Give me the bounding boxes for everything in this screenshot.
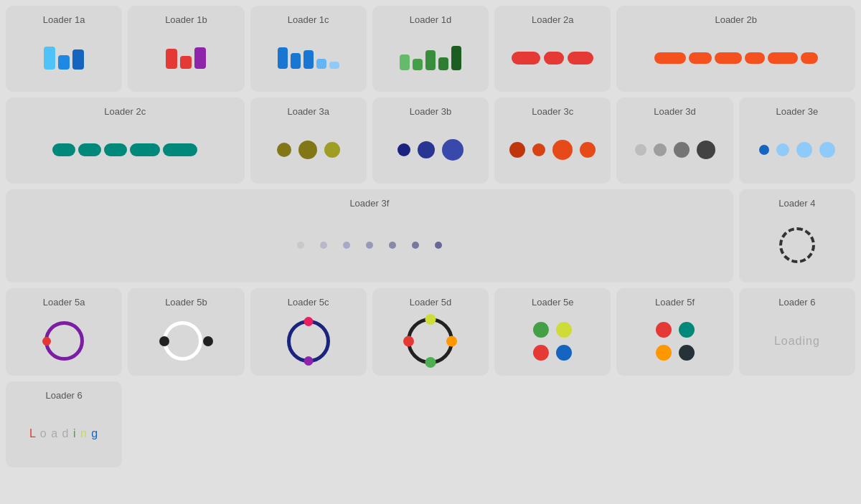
letter-L: L (29, 427, 36, 439)
loader-5d-visual (378, 318, 483, 364)
cap3 (104, 143, 127, 156)
dashed-ring (779, 227, 815, 263)
loader-2a-title: Loader 2a (532, 14, 574, 25)
card-loader-6a: Loader 6 Loading (739, 288, 855, 376)
dot-right (203, 336, 213, 346)
letter-n: n (80, 427, 88, 439)
ring-container (163, 321, 210, 361)
letter-a: a (51, 427, 58, 439)
bar1 (400, 54, 410, 70)
letter-d: d (62, 427, 70, 439)
dot2 (532, 143, 545, 156)
dot-bottom (304, 356, 313, 366)
dot-br (556, 345, 572, 361)
dot1 (759, 145, 769, 155)
dot-tr (679, 322, 695, 338)
dot1 (277, 143, 291, 157)
loader-5b-title: Loader 5b (165, 297, 207, 308)
loading-text-colored: L o a d i n g (29, 427, 98, 440)
dot-tl (656, 322, 672, 338)
card-loader-3a: Loader 3a (250, 98, 367, 184)
loader-2c-title: Loader 2c (104, 106, 146, 117)
loader-3d-visual (622, 127, 727, 172)
card-loader-5f: Loader 5f (616, 288, 733, 376)
loader-3a-visual (256, 127, 361, 172)
loader-2b-title: Loader 2b (715, 14, 757, 25)
loader-1d-visual (378, 35, 483, 80)
card-loader-5c: Loader 5c (250, 288, 367, 376)
dot-grid (656, 322, 695, 361)
card-loader-2b: Loader 2b (616, 6, 855, 92)
card-loader-3d: Loader 3d (616, 98, 733, 184)
loader-5d-title: Loader 5d (410, 297, 452, 308)
letter-g: g (91, 427, 98, 439)
letter-o1: o (40, 427, 47, 439)
cap2 (78, 143, 101, 156)
card-loader-6b: Loader 6 L o a d i n g (6, 381, 122, 467)
cap4 (130, 143, 160, 156)
loader-3c-title: Loader 3c (532, 106, 573, 117)
bar5 (451, 46, 461, 70)
loader-3a-title: Loader 3a (287, 106, 329, 117)
loader-3b-title: Loader 3b (410, 106, 452, 117)
dot2 (418, 141, 435, 158)
dot-bottom (425, 357, 436, 368)
loader-5c-title: Loader 5c (288, 297, 329, 308)
loader-5f-visual (622, 318, 727, 364)
dot-br (679, 345, 695, 361)
bar3 (72, 49, 84, 70)
loader-6b-title: Loader 6 (45, 390, 82, 401)
card-loader-5a: Loader 5a (6, 288, 122, 376)
loader-5c-visual (256, 318, 361, 364)
loader-3c-visual (500, 127, 605, 172)
dot2 (776, 143, 789, 156)
bar3 (194, 47, 206, 69)
bar3 (425, 50, 436, 70)
card-loader-3e: Loader 3e (739, 98, 855, 184)
loader-5a-title: Loader 5a (43, 297, 85, 308)
dot3 (552, 140, 573, 160)
cap2 (544, 52, 564, 65)
cap5 (768, 52, 798, 64)
cap4 (745, 52, 765, 64)
loader-3f-title: Loader 3f (349, 198, 389, 209)
dot1 (635, 144, 646, 156)
loader-3d-title: Loader 3d (654, 106, 696, 117)
loader-5e-title: Loader 5e (532, 297, 574, 308)
loader-1c-title: Loader 1c (288, 14, 329, 25)
cap1 (52, 143, 75, 156)
ring-container (287, 320, 330, 363)
loader-6a-visual: Loading (745, 318, 850, 364)
loader-1a-title: Loader 1a (43, 14, 85, 25)
dot4 (366, 242, 373, 249)
card-loader-2c: Loader 2c (6, 98, 245, 184)
card-loader-1b: Loader 1b (128, 6, 244, 92)
cap2 (689, 52, 712, 64)
card-loader-5e: Loader 5e (494, 288, 611, 376)
dot4 (819, 142, 835, 158)
card-loader-2a: Loader 2a (494, 6, 611, 92)
loader-3e-visual (745, 127, 850, 172)
bar2 (413, 59, 423, 70)
cap3 (715, 52, 742, 64)
loader-1b-title: Loader 1b (165, 14, 207, 25)
dot4 (697, 141, 715, 159)
card-loader-5b: Loader 5b (128, 288, 244, 376)
bar1 (44, 47, 55, 70)
card-loader-3c: Loader 3c (494, 98, 611, 184)
dot-tr (556, 322, 572, 338)
loader-1c-visual (256, 35, 361, 80)
dot-top (304, 317, 313, 326)
dot2 (654, 143, 667, 156)
dot-indicator (42, 337, 51, 346)
dot5 (389, 242, 396, 249)
bar2 (291, 53, 301, 69)
loader-6b-visual: L o a d i n g (11, 411, 116, 456)
cap1 (512, 52, 540, 65)
dot-top (425, 314, 436, 325)
dot-bl (533, 345, 549, 361)
dot6 (412, 242, 419, 249)
card-loader-3b: Loader 3b (372, 98, 489, 184)
loader-5f-title: Loader 5f (655, 297, 695, 308)
dot-bl (656, 345, 672, 361)
